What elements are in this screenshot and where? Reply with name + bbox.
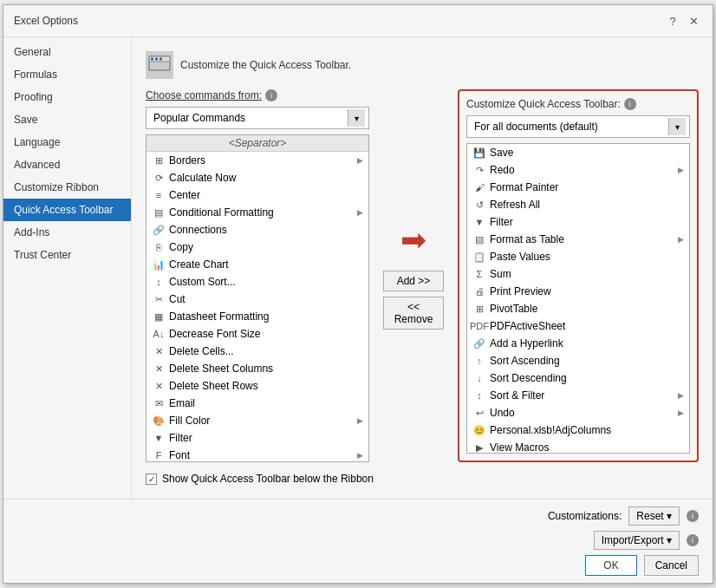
list-item-icon: ✂ [152, 292, 166, 306]
list-item[interactable]: A↓Decrease Font Size [146, 325, 368, 343]
list-item[interactable]: ✉Email [146, 395, 368, 412]
list-item-icon: PDF [472, 319, 486, 333]
list-item-label: Font [169, 449, 354, 461]
sidebar-item-formulas[interactable]: Formulas [3, 63, 131, 86]
list-item-label: Datasheet Formatting [169, 310, 363, 323]
list-item-submenu-arrow: ▶ [678, 235, 684, 244]
list-item-label: Sort Ascending [490, 355, 684, 367]
sidebar-item-language[interactable]: Language [3, 131, 131, 154]
list-item[interactable]: FFont▶ [146, 447, 368, 462]
ok-button[interactable]: OK [585, 555, 636, 576]
sidebar-item-general[interactable]: General [3, 41, 131, 63]
list-item[interactable]: ⎘Copy [146, 238, 368, 256]
list-item[interactable]: ▦Datasheet Formatting [146, 308, 368, 325]
add-button[interactable]: Add >> [383, 271, 444, 291]
list-item[interactable]: ≡Center [146, 186, 368, 204]
list-item[interactable]: 🔗Add a Hyperlink [467, 335, 689, 352]
list-item[interactable]: ↕Custom Sort... [146, 273, 368, 291]
list-item[interactable]: PDFPDFActiveSheet [467, 317, 689, 335]
list-item-label: Custom Sort... [169, 276, 363, 288]
sidebar-item-trust-center[interactable]: Trust Center [3, 244, 131, 266]
list-item[interactable]: ↩Undo▶ [467, 404, 689, 421]
list-item[interactable]: ↓Sort Descending [467, 369, 689, 387]
list-item[interactable]: ▼Filter [146, 429, 368, 447]
list-item-icon: ▤ [152, 206, 166, 219]
left-list-box[interactable]: <Separator>⊞Borders▶⟳Calculate Now≡Cente… [146, 134, 369, 462]
list-item[interactable]: ▶View Macros [467, 439, 689, 454]
main-header-text: Customize the Quick Access Toolbar. [180, 59, 351, 71]
list-item-icon: ▼ [152, 431, 166, 445]
choose-info-icon[interactable]: i [265, 89, 277, 101]
list-item-icon: 🖨 [472, 284, 486, 298]
sidebar-item-advanced[interactable]: Advanced [3, 154, 131, 176]
choose-label-row: Choose commands from: i [146, 89, 369, 101]
help-button[interactable]: ? [664, 12, 681, 29]
show-toolbar-checkbox[interactable] [146, 474, 157, 485]
list-item[interactable]: ΣSum [467, 265, 689, 283]
list-item[interactable]: 🖨Print Preview [467, 283, 689, 300]
list-item[interactable]: ▤Conditional Formatting▶ [146, 204, 368, 221]
list-item[interactable]: ▤Format as Table▶ [467, 231, 689, 248]
list-item[interactable]: ▼Filter [467, 213, 689, 231]
list-item[interactable]: 🎨Fill Color▶ [146, 412, 368, 429]
customizations-row: Customizations: Reset ▾ i [17, 506, 699, 526]
import-export-row: Import/Export ▾ i [17, 531, 699, 550]
list-item[interactable]: ✕Delete Cells... [146, 343, 368, 360]
list-item-label: Personal.xlsb!AdjColumns [490, 424, 684, 436]
right-list-box[interactable]: 💾Save↷Redo▶🖌Format Painter↺Refresh All▼F… [466, 143, 690, 454]
list-item[interactable]: ↺Refresh All [467, 196, 689, 213]
list-item[interactable]: <Separator> [146, 135, 368, 152]
list-item[interactable]: 📋Paste Values [467, 248, 689, 265]
list-item-label: Connections [169, 224, 363, 236]
sidebar-item-customize-ribbon[interactable]: Customize Ribbon [3, 176, 131, 199]
list-item-label: Delete Cells... [169, 345, 363, 357]
customize-label: Customize Quick Access Toolbar: [466, 98, 621, 110]
sidebar-item-save[interactable]: Save [3, 108, 131, 131]
list-item-icon: ⊞ [152, 154, 166, 167]
list-item-label: Save [490, 147, 684, 159]
list-item[interactable]: ↕Sort & Filter▶ [467, 387, 689, 404]
list-item[interactable]: ⊞Borders▶ [146, 152, 368, 169]
list-item-submenu-arrow: ▶ [678, 166, 684, 174]
remove-button[interactable]: << Remove [383, 297, 444, 330]
list-item-icon: ⟳ [152, 171, 166, 185]
list-item-icon: ✕ [152, 379, 166, 393]
list-item[interactable]: 💾Save [467, 144, 689, 161]
list-item-submenu-arrow: ▶ [357, 156, 363, 165]
customize-info-icon[interactable]: i [624, 98, 636, 110]
list-item-icon: ≡ [152, 188, 166, 202]
customize-dropdown-text: For all documents (default) [471, 119, 668, 134]
choose-dropdown[interactable]: Popular Commands ▾ [146, 107, 369, 129]
list-item[interactable]: 🖌Format Painter [467, 179, 689, 196]
reset-button[interactable]: Reset ▾ [628, 506, 680, 526]
svg-rect-4 [159, 58, 162, 61]
list-item[interactable]: ✕Delete Sheet Rows [146, 377, 368, 395]
customize-dropdown[interactable]: For all documents (default) ▾ [466, 115, 690, 138]
list-item[interactable]: ↑Sort Ascending [467, 352, 689, 369]
list-item[interactable]: ⊞PivotTable [467, 300, 689, 317]
list-item[interactable]: 📊Create Chart [146, 256, 368, 273]
list-item[interactable]: 😊Personal.xlsb!AdjColumns [467, 421, 689, 439]
import-info-icon[interactable]: i [687, 534, 699, 546]
sidebar-item-add-ins[interactable]: Add-Ins [3, 221, 131, 244]
close-button[interactable]: ✕ [685, 12, 702, 29]
reset-info-icon[interactable]: i [687, 510, 699, 522]
list-item-label: Print Preview [490, 285, 684, 297]
import-export-button[interactable]: Import/Export ▾ [594, 531, 680, 550]
sidebar-item-quick-access-toolbar[interactable]: Quick Access Toolbar [3, 199, 131, 221]
list-item[interactable]: ✕Delete Sheet Columns [146, 360, 368, 377]
arrow-icon: ➡ [400, 222, 426, 258]
dialog-title: Excel Options [14, 15, 78, 27]
toolbar-icon [146, 51, 173, 79]
list-item[interactable]: 🔗Connections [146, 221, 368, 238]
list-item-label: Email [169, 397, 363, 409]
cancel-button[interactable]: Cancel [644, 555, 699, 576]
list-item-submenu-arrow: ▶ [678, 408, 684, 417]
list-item-submenu-arrow: ▶ [678, 391, 684, 400]
list-item[interactable]: ⟳Calculate Now [146, 169, 368, 186]
list-item[interactable]: ↷Redo▶ [467, 161, 689, 179]
sidebar-item-proofing[interactable]: Proofing [3, 86, 131, 108]
list-item-icon: ▼ [472, 215, 486, 229]
list-item[interactable]: ✂Cut [146, 291, 368, 308]
list-item-label: Format Painter [490, 181, 684, 193]
